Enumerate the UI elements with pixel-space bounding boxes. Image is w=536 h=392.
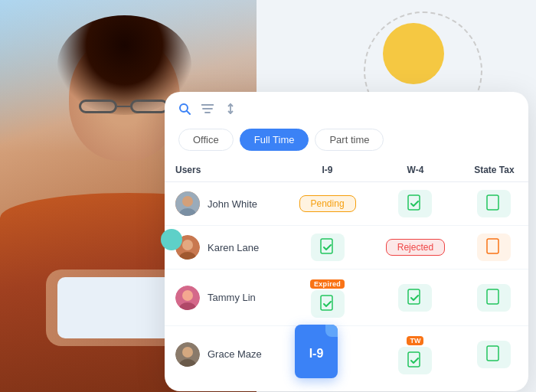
- tw-wrap: TW: [398, 336, 432, 374]
- statetax-empty-grace: [477, 341, 511, 368]
- statetax-tammy: [460, 270, 528, 326]
- table-row: Tammy Lin Expired: [165, 270, 528, 326]
- svg-point-23: [182, 347, 193, 358]
- i9-doc-label: I-9: [309, 347, 324, 361]
- name-john: John White: [208, 198, 257, 210]
- users-table: Users I-9 W-4 State Tax: [165, 158, 528, 382]
- expired-badge: Expired: [310, 279, 345, 289]
- svg-rect-15: [487, 239, 498, 253]
- table-row: John White Pending: [165, 182, 528, 226]
- name-karen: Karen Lane: [208, 242, 259, 253]
- w4-john: [371, 182, 460, 226]
- statetax-john: [460, 182, 528, 226]
- svg-point-7: [182, 196, 193, 207]
- statetax-grace: [460, 326, 528, 383]
- w4-check-tammy: [398, 284, 432, 312]
- i9-tammy: Expired: [284, 270, 371, 326]
- svg-rect-10: [487, 195, 498, 210]
- avatar-tammy: [175, 286, 200, 310]
- avatar-grace: [175, 342, 200, 367]
- svg-rect-26: [487, 346, 498, 361]
- i9-check-karen: [311, 234, 345, 261]
- filter-tabs: Office Full Time Part time: [165, 124, 528, 158]
- w4-grace: TW: [371, 326, 460, 383]
- statetax-empty-john: [477, 190, 511, 217]
- main-card: Office Full Time Part time Users I-9 W-4…: [165, 92, 528, 391]
- teal-dot-decoration: [161, 229, 182, 250]
- avatar-john: [175, 191, 200, 216]
- person-glasses: [75, 100, 175, 113]
- rejected-badge: Rejected: [386, 239, 445, 256]
- statetax-empty-tammy: [477, 284, 511, 312]
- i9-check-tammy: [311, 290, 345, 318]
- name-grace: Grace Maze: [208, 348, 262, 360]
- search-icon[interactable]: [178, 103, 191, 118]
- table-row: Karen Lane Rejected: [165, 226, 528, 270]
- w4-check-john: [398, 190, 432, 217]
- w4-check-grace: [398, 347, 432, 374]
- toolbar: [165, 92, 528, 124]
- pending-badge: Pending: [299, 195, 356, 212]
- floating-i9-doc: I-9: [295, 325, 338, 378]
- svg-point-17: [182, 290, 193, 301]
- table-row: Grace Maze TW: [165, 326, 528, 383]
- col-i9: I-9: [284, 158, 371, 182]
- sort-icon[interactable]: [224, 103, 237, 118]
- user-cell-grace: Grace Maze: [175, 342, 273, 367]
- svg-point-12: [182, 240, 193, 250]
- statetax-empty-karen: [477, 234, 511, 261]
- tab-office[interactable]: Office: [178, 129, 234, 151]
- svg-line-1: [187, 111, 190, 114]
- name-tammy: Tammy Lin: [208, 292, 256, 303]
- w4-tammy: [371, 270, 460, 326]
- statetax-karen: [460, 226, 528, 270]
- col-w4: W-4: [371, 158, 460, 182]
- svg-rect-21: [487, 289, 498, 304]
- w4-karen: Rejected: [371, 226, 460, 270]
- col-users: Users: [165, 158, 284, 182]
- user-cell-karen: Karen Lane: [175, 235, 273, 260]
- col-statetax: State Tax: [460, 158, 528, 182]
- i9-john: Pending: [284, 182, 371, 226]
- expired-wrap: Expired: [310, 279, 345, 318]
- user-cell-john: John White: [175, 191, 273, 216]
- filter-icon[interactable]: [201, 103, 214, 117]
- tab-parttime[interactable]: Part time: [315, 129, 384, 151]
- tab-fulltime[interactable]: Full Time: [240, 129, 309, 151]
- i9-karen: [284, 226, 371, 270]
- yellow-circle-decoration: [383, 23, 444, 84]
- user-cell-tammy: Tammy Lin: [175, 286, 273, 310]
- tw-badge: TW: [407, 336, 423, 345]
